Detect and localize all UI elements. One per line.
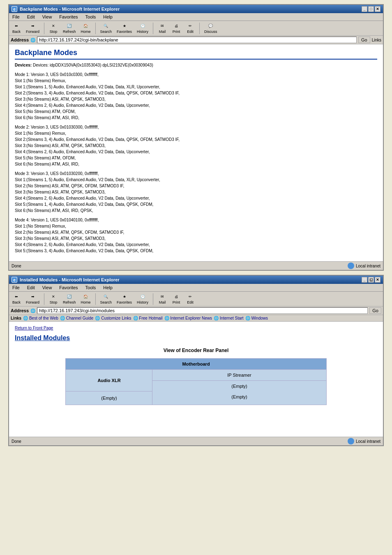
menu-view-1[interactable]: View xyxy=(41,14,54,20)
home-btn-1[interactable]: 🏠 Home xyxy=(80,22,92,35)
mode-4-slot-5: Slot 5:(Streams 3, 4) Audio, Enhanced Au… xyxy=(15,248,377,254)
menu-favorites-2[interactable]: Favorites xyxy=(58,285,79,290)
search-icon-2: 🔍 xyxy=(103,293,109,300)
refresh-btn-1[interactable]: 🔄 Refresh xyxy=(62,22,77,35)
right-column: IP Streamer (Empty) xyxy=(152,370,326,391)
print-icon-2: 🖨 xyxy=(173,293,180,300)
close-btn-2[interactable]: ✕ xyxy=(375,277,380,283)
menu-help-2[interactable]: Help xyxy=(101,285,114,290)
window-title-2: Installed Modules - Microsoft Internet E… xyxy=(20,277,120,282)
menu-edit-2[interactable]: Edit xyxy=(25,285,37,290)
toolbar-2: ⬅ Back ➡ Forward ✕ Stop 🔄 Refresh 🏠 Home… xyxy=(9,292,383,306)
address-input-2[interactable] xyxy=(37,307,368,314)
forward-btn-1[interactable]: ➡ Forward xyxy=(25,22,41,35)
menu-file-2[interactable]: File xyxy=(11,285,21,290)
mode-4-slot-3: Slot 3:(No Streams) ASI, ATM, QPSK, SATM… xyxy=(15,235,377,242)
menu-view-2[interactable]: View xyxy=(41,285,54,290)
toolbar-1: ⬅ Back ➡ Forward ✕ Stop 🔄 Refresh 🏠 Home… xyxy=(9,21,383,36)
encoder-grid: Motherboard Audio XLR IP Streamer (Empty… xyxy=(65,358,326,405)
empty-top-right-cell: (Empty) xyxy=(152,381,326,391)
link-channel-guide[interactable]: 🌐 Channel Guide xyxy=(60,316,94,320)
mail-btn-1[interactable]: ✉ Mail xyxy=(157,22,168,35)
ie-favicon-1: 🌐 xyxy=(30,38,35,42)
edit-btn-1[interactable]: ✏ Edit xyxy=(184,22,196,35)
search-btn-2[interactable]: 🔍 Search xyxy=(99,292,113,305)
print-btn-2[interactable]: 🖨 Print xyxy=(171,292,182,305)
favorites-btn-1[interactable]: ★ Favorites xyxy=(115,22,133,35)
window-controls-1[interactable]: _ □ ✕ xyxy=(362,6,380,12)
mode-1-header: Mode 1: Version 3, UES 0x010c0300, 0xfff… xyxy=(15,71,377,78)
mode-block-4: Mode 4: Version 1, UES 0x01040100, 0xfff… xyxy=(15,217,377,254)
minimize-btn-1[interactable]: _ xyxy=(362,6,367,12)
ie-icon-2: e xyxy=(12,277,17,283)
discuss-btn-1[interactable]: 💬 Discuss xyxy=(203,22,219,35)
rear-panel-title: View of Encoder Rear Panel xyxy=(15,348,377,353)
status-intranet-1: Local intranet xyxy=(356,264,380,268)
menu-file-1[interactable]: File xyxy=(11,14,21,20)
mode-1-slot-4: Slot 3:(No Streams) ASI, ATM, QPSK, SATM… xyxy=(15,96,377,102)
audio-xlr-cell: Audio XLR xyxy=(66,370,152,391)
mode-2-header: Mode 2: Version 3, UES 0x01030300, 0xfff… xyxy=(15,124,377,130)
back-btn-1[interactable]: ⬅ Back xyxy=(11,22,22,35)
refresh-icon-2: 🔄 xyxy=(66,293,73,300)
link-ie-news[interactable]: 🌐 Internet Explorer News xyxy=(164,316,212,320)
toolbar-sep-1a xyxy=(44,23,44,34)
search-btn-1[interactable]: 🔍 Search xyxy=(99,22,113,35)
link-internet-start[interactable]: 🌐 Internet Start xyxy=(214,316,244,320)
menu-help-1[interactable]: Help xyxy=(101,14,114,20)
menu-edit-1[interactable]: Edit xyxy=(25,14,37,20)
mode-2-slot-5: Slot 5:(No Streams) ATM, OFDM, xyxy=(15,155,377,161)
status-text-2: Done xyxy=(12,439,21,444)
toolbar-sep-1c xyxy=(153,23,153,34)
stop-btn-2[interactable]: ✕ Stop xyxy=(48,292,59,305)
mode-4-slot-1: Slot 1:(No Streams) Remux, xyxy=(15,223,377,229)
address-input-1[interactable] xyxy=(37,37,357,43)
page-content-1: Backplane Modes Devices: Devices: idpDDX… xyxy=(9,44,383,261)
history-btn-1[interactable]: 🕐 History xyxy=(136,22,150,35)
toolbar-sep-2a xyxy=(44,293,44,305)
ip-streamer-cell: IP Streamer xyxy=(152,370,326,381)
stop-btn-1[interactable]: ✕ Stop xyxy=(48,22,59,35)
home-btn-2[interactable]: 🏠 Home xyxy=(80,292,92,305)
return-to-front-link[interactable]: Return to Front Page xyxy=(15,326,377,330)
link-customize[interactable]: 🌐 Customize Links xyxy=(95,316,131,320)
mode-3-header: Mode 3: Version 3, UES 0x01030200, 0xfff… xyxy=(15,170,377,177)
go-button-1[interactable]: Go xyxy=(358,37,370,43)
minimize-btn-2[interactable]: _ xyxy=(362,277,367,283)
mail-btn-2[interactable]: ✉ Mail xyxy=(157,292,168,305)
link-best-web[interactable]: 🌐 Best of the Web xyxy=(23,316,58,320)
edit-icon-1: ✏ xyxy=(187,23,194,29)
page-content-2: Return to Front Page Installed Modules V… xyxy=(9,322,383,437)
status-bar-2: Done Local intranet xyxy=(9,437,383,445)
window-controls-2[interactable]: _ ◱ ✕ xyxy=(362,277,380,283)
refresh-btn-2[interactable]: 🔄 Refresh xyxy=(62,292,77,305)
edit-btn-2[interactable]: ✏ Edit xyxy=(184,292,196,305)
empty-bottom-left-cell: (Empty) xyxy=(66,391,152,405)
print-btn-1[interactable]: 🖨 Print xyxy=(171,22,182,35)
maximize-btn-1[interactable]: □ xyxy=(368,6,374,12)
link-free-hotmail[interactable]: 🌐 Free Hotmail xyxy=(133,316,163,320)
toolbar-sep-2b xyxy=(95,293,96,305)
address-label-2: Address xyxy=(11,308,29,313)
intranet-icon-1 xyxy=(348,263,354,269)
ie-icon-1: e xyxy=(12,6,17,12)
back-btn-2[interactable]: ⬅ Back xyxy=(11,292,22,305)
address-bar-2: Address 🌐 Go xyxy=(9,306,383,315)
mail-icon-2: ✉ xyxy=(159,293,166,300)
devices-info: Devices: Devices: idpDDX150VA(0x10353043… xyxy=(15,63,377,67)
menu-favorites-1[interactable]: Favorites xyxy=(58,14,79,20)
forward-btn-2[interactable]: ➡ Forward xyxy=(25,292,41,305)
favorites-icon-1: ★ xyxy=(121,23,128,29)
restore-btn-2[interactable]: ◱ xyxy=(368,277,374,283)
history-btn-2[interactable]: 🕐 History xyxy=(136,292,150,305)
address-label-1: Address xyxy=(11,37,29,42)
menu-tools-1[interactable]: Tools xyxy=(84,14,98,20)
links-bar-2: Links 🌐 Best of the Web 🌐 Channel Guide … xyxy=(9,315,383,322)
favorites-btn-2[interactable]: ★ Favorites xyxy=(115,292,133,305)
go-button-2[interactable]: Go xyxy=(369,307,381,314)
link-windows[interactable]: 🌐 Windows xyxy=(245,316,268,320)
mode-1-slot-2: Slot 1:(Streams 1, 5) Audio, Enhanced Au… xyxy=(15,84,377,90)
links-label: Links xyxy=(11,316,21,320)
menu-tools-2[interactable]: Tools xyxy=(84,285,98,290)
close-btn-1[interactable]: ✕ xyxy=(375,6,380,12)
